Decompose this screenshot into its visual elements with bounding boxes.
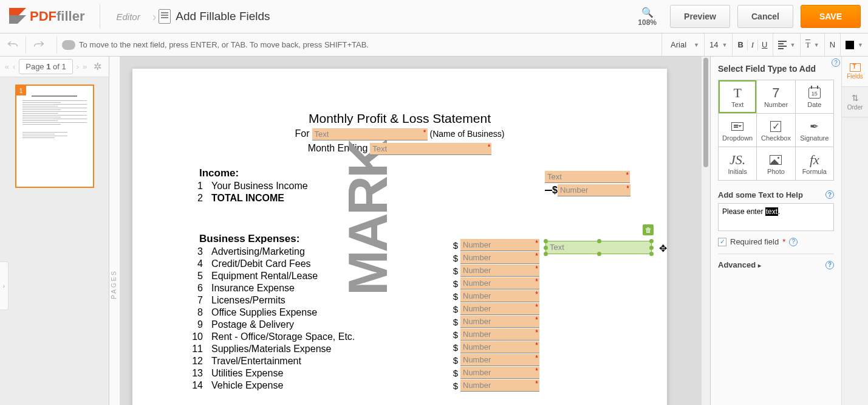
gear-icon[interactable]: ✲	[91, 61, 104, 72]
logo-text-2: filler	[56, 9, 84, 24]
tab-order[interactable]: Order	[842, 87, 868, 117]
selected-text-field[interactable]: Text ✥ 🗑	[545, 241, 652, 254]
expense-row: 14Vehicle Expense	[187, 380, 637, 391]
expense-field-row: $Number*	[453, 354, 539, 366]
font-size-select[interactable]: 14▼	[704, 33, 732, 56]
advanced-toggle[interactable]: Advanced▸ ?	[718, 254, 834, 275]
resize-handle[interactable]	[597, 239, 601, 243]
pages-collapse-handle[interactable]: ›	[0, 261, 9, 310]
resize-handle[interactable]	[544, 239, 548, 243]
underline-button[interactable]: U	[762, 40, 767, 49]
preview-button[interactable]: Preview	[670, 5, 730, 28]
field-type-initials[interactable]: JS.Initials	[719, 147, 756, 180]
field-expense-5[interactable]: Number*	[460, 265, 539, 277]
panel-body: Select Field Type to Add TText 7Number D…	[711, 57, 841, 405]
field-business-name[interactable]: Text*	[312, 128, 428, 140]
zoom-control[interactable]: 🔍 108%	[632, 7, 663, 27]
vertical-align-select[interactable]: T ▼	[800, 33, 824, 56]
resize-handle[interactable]	[649, 246, 654, 250]
field-type-number[interactable]: 7Number	[757, 80, 795, 113]
income-field-column: Text* $ Number*	[545, 171, 630, 196]
resize-handle[interactable]	[649, 252, 654, 256]
resize-handle[interactable]	[544, 246, 548, 250]
panel-title: Select Field Type to Add	[718, 64, 834, 74]
scrollbar-thumb[interactable]	[703, 58, 708, 167]
field-expense-6[interactable]: Number*	[460, 277, 539, 289]
zoom-icon: 🔍	[638, 7, 657, 18]
field-total-income[interactable]: Number*	[558, 184, 630, 196]
checkbox-icon	[759, 119, 792, 134]
canvas[interactable]: MARK Monthly Profit & Loss Statement For…	[120, 57, 710, 405]
pager-last[interactable]: »	[83, 62, 87, 71]
pager: « ‹ Page 1 of 1 › » ✲	[0, 57, 109, 77]
document-page[interactable]: MARK Monthly Profit & Loss Statement For…	[132, 69, 667, 405]
help-icon[interactable]: ?	[825, 261, 834, 269]
save-button[interactable]: SAVE	[801, 5, 861, 28]
required-star: *	[782, 237, 785, 246]
field-type-formula[interactable]: fxFormula	[796, 147, 833, 180]
field-expense-12[interactable]: Number*	[460, 354, 539, 366]
resize-handle[interactable]	[649, 239, 654, 243]
history-controls	[0, 36, 52, 54]
pager-next[interactable]: ›	[77, 62, 79, 71]
field-expense-11[interactable]: Number*	[460, 341, 539, 353]
expense-field-row: $Number*	[453, 239, 539, 251]
help-icon[interactable]: ?	[789, 238, 798, 246]
undo-button[interactable]	[7, 40, 18, 50]
field-month-ending[interactable]: Text*	[370, 143, 491, 155]
field-expense-8[interactable]: Number*	[460, 303, 539, 315]
breadcrumb-editor[interactable]: Editor	[106, 12, 149, 22]
delete-field-button[interactable]: 🗑	[643, 224, 654, 235]
resize-handle[interactable]	[544, 252, 548, 256]
panel-help-icon[interactable]: ?	[832, 58, 840, 67]
field-type-text[interactable]: TText	[719, 80, 756, 113]
font-size-value: 14	[709, 40, 718, 49]
tab-fields[interactable]: Fields	[842, 57, 868, 87]
required-checkbox[interactable]: ✓	[718, 238, 726, 246]
help-text-input[interactable]: Please enter text.	[718, 203, 834, 231]
scrollbar[interactable]	[702, 57, 710, 405]
field-income-1[interactable]: Text*	[545, 171, 630, 183]
field-expense-10[interactable]: Number*	[460, 328, 539, 341]
expense-field-column: $Number*$Number*$Number*$Number*$Number*…	[453, 239, 539, 392]
color-select[interactable]: ▼	[840, 33, 868, 56]
field-expense-4[interactable]: Number*	[460, 252, 539, 264]
chevron-down-icon: ▼	[790, 42, 796, 48]
field-type-photo[interactable]: Photo	[757, 147, 795, 180]
logo[interactable]: PDFfiller	[0, 8, 94, 25]
field-type-date[interactable]: Date	[796, 80, 833, 113]
redo-button[interactable]	[33, 40, 44, 50]
expense-field-row: $Number*	[453, 367, 539, 379]
field-type-checkbox[interactable]: Checkbox	[757, 114, 795, 147]
bold-button[interactable]: B	[737, 40, 743, 49]
n-button[interactable]: N	[824, 33, 840, 56]
font-family-select[interactable]: Arial▼	[661, 33, 704, 56]
field-expense-3[interactable]: Number*	[460, 239, 539, 251]
field-type-dropdown[interactable]: Dropdown	[719, 114, 756, 147]
field-expense-14[interactable]: Number*	[460, 379, 539, 392]
expense-row: 6Insurance Expense	[187, 283, 637, 294]
field-type-grid: TText 7Number Date Dropdown Checkbox Sig…	[718, 80, 834, 181]
expense-row: 11Supplies/Materials Expense	[187, 344, 637, 355]
separator	[100, 4, 100, 29]
pages-strip-label: PAGES	[111, 269, 117, 299]
pager-prev[interactable]: ‹	[13, 62, 15, 71]
initials-icon: JS.	[721, 152, 754, 168]
cancel-button[interactable]: Cancel	[737, 5, 793, 28]
align-select[interactable]: ▼	[773, 33, 801, 56]
expense-field-row: $Number*	[453, 303, 539, 315]
resize-handle[interactable]	[597, 252, 601, 256]
help-icon[interactable]: ?	[825, 190, 834, 199]
field-expense-13[interactable]: Number*	[460, 367, 539, 379]
order-tab-icon	[852, 93, 859, 103]
field-expense-9[interactable]: Number*	[460, 316, 539, 328]
pager-first[interactable]: «	[5, 62, 9, 71]
field-expense-7[interactable]: Number*	[460, 290, 539, 302]
field-type-signature[interactable]: Signature	[796, 114, 833, 147]
expense-field-row: $Number*	[453, 277, 539, 289]
top-right-actions: 🔍 108% Preview Cancel SAVE	[632, 5, 868, 28]
expense-field-row: $Number*	[453, 252, 539, 264]
page-thumbnail-1[interactable]: 1	[15, 85, 94, 188]
expense-row: 5Equipment Rental/Lease	[187, 271, 637, 282]
italic-button[interactable]: I	[751, 40, 754, 50]
